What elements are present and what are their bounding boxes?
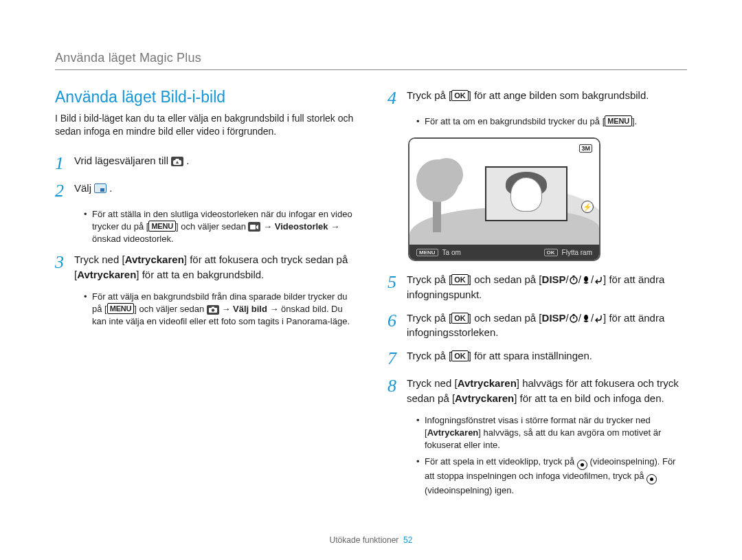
note-text: → <box>263 221 275 232</box>
menu-button-label: MENU <box>107 303 135 314</box>
right-column: 4 Tryck på [OK] för att ange bilden som … <box>387 88 687 504</box>
note-text: ] och väljer sedan <box>134 304 207 314</box>
step-number: 8 <box>387 376 407 395</box>
footer-right-label: Flytta ram <box>562 249 592 256</box>
step-text: . <box>109 182 112 194</box>
svg-rect-4 <box>212 307 214 309</box>
shutter-label: Avtryckaren <box>455 392 514 404</box>
menu-button-label: MENU <box>605 115 632 126</box>
return-icon <box>594 275 603 284</box>
page-number: 52 <box>403 535 412 545</box>
step-text: ] för att ange bilden som bakgrundsbild. <box>469 89 649 101</box>
shutter-label: Avtryckaren <box>125 254 184 265</box>
flash-badge: ⚡ <box>581 201 594 213</box>
step-7: 7 Tryck på [OK] för att spara inställnin… <box>387 348 687 368</box>
section-title: Använda läget Bild-i-bild <box>55 88 355 107</box>
record-icon <box>577 460 587 470</box>
step-text: . <box>186 155 189 166</box>
shutter-label: Avtryckaren <box>77 269 136 280</box>
step-3: 3 Tryck ned [Avtryckaren] för att fokuse… <box>55 252 355 282</box>
left-column: Använda läget Bild-i-bild I Bild i bild-… <box>55 88 355 504</box>
ok-button-label: OK <box>451 90 469 101</box>
step-2: 2 Välj . <box>55 181 355 200</box>
record-icon <box>647 474 657 484</box>
step-text: ] för att ta en bakgrundsbild. <box>136 269 264 280</box>
step-8-notes: Infogningsfönstret visas i större format… <box>387 414 687 497</box>
menu-button-label: MENU <box>148 221 176 232</box>
step-text: Vrid lägesväljaren till <box>74 155 171 166</box>
step-text: ] för att ta en bild och infoga den. <box>514 392 664 404</box>
step-text: Tryck på [ <box>407 89 451 101</box>
footer-ok-tag: OK <box>544 249 558 256</box>
step-text: Tryck på [ <box>407 273 451 285</box>
timer-icon <box>569 275 578 284</box>
step-text: Tryck ned [ <box>407 377 458 389</box>
step-4-notes: För att ta om en bakgrundsbild trycker d… <box>387 115 687 128</box>
footer-section-label: Utökade funktioner <box>330 535 399 545</box>
step-text: ] och sedan på [ <box>469 312 542 324</box>
camera-icon <box>207 305 219 315</box>
step-text: ] och sedan på [ <box>469 273 542 285</box>
shutter-label: Avtryckaren <box>458 377 517 389</box>
step-2-notes: För att ställa in den slutliga videostor… <box>55 208 355 246</box>
step-8: 8 Tryck ned [Avtryckaren] halvvägs för a… <box>387 376 687 406</box>
macro-icon <box>581 313 591 323</box>
shutter-label: Avtryckaren <box>427 427 479 438</box>
step-number: 5 <box>387 272 407 291</box>
step-number: 1 <box>55 153 74 172</box>
step-1: 1 Vrid lägesväljaren till . <box>55 153 355 172</box>
camera-preview-illustration: 3M ⚡ MENU Ta om OK Flytta ram <box>408 137 600 261</box>
ok-button-label: OK <box>451 313 469 324</box>
svg-point-3 <box>212 309 214 311</box>
footer-left-label: Ta om <box>442 249 461 256</box>
note-text: ] och väljer sedan <box>176 221 249 232</box>
return-icon <box>594 313 603 323</box>
note-text: → <box>221 304 233 314</box>
inset-frame <box>485 166 567 221</box>
disp-label: DISP <box>542 273 566 285</box>
step-text: Tryck ned [ <box>74 254 125 265</box>
step-text: Tryck på [ <box>407 350 451 361</box>
note-bold: Videostorlek <box>275 221 328 232</box>
step-number: 2 <box>55 181 74 200</box>
disp-label: DISP <box>542 312 566 324</box>
step-text: ] för att spara inställningen. <box>469 350 592 361</box>
pip-mode-icon <box>94 183 106 193</box>
note-text: (videoinspelning) igen. <box>425 485 514 495</box>
mode-dial-icon <box>171 157 183 166</box>
step-number: 6 <box>387 311 407 330</box>
svg-rect-7 <box>572 276 574 277</box>
note-text: För att spela in ett videoklipp, tryck p… <box>425 456 577 467</box>
step-4: 4 Tryck på [OK] för att ange bilden som … <box>387 88 687 107</box>
note-bold: Välj bild <box>233 304 267 314</box>
note-text: För att ta om en bakgrundsbild trycker d… <box>425 116 605 126</box>
resolution-badge: 3M <box>579 144 592 153</box>
svg-rect-10 <box>572 314 574 315</box>
step-3-notes: För att välja en bakgrundsbild från dina… <box>55 291 355 328</box>
macro-icon <box>581 275 591 284</box>
ok-button-label: OK <box>451 350 469 361</box>
intro-text: I Bild i bild-läget kan du ta eller välj… <box>55 112 355 138</box>
step-number: 4 <box>387 88 407 107</box>
ok-button-label: OK <box>451 274 469 285</box>
step-6: 6 Tryck på [OK] och sedan på [DISP///] f… <box>387 311 687 341</box>
step-number: 3 <box>55 252 74 271</box>
timer-icon <box>569 313 578 323</box>
video-icon <box>248 222 260 232</box>
step-text: Välj <box>74 182 94 194</box>
page-footer: Utökade funktioner 52 <box>0 535 742 545</box>
note-text: ]. <box>632 116 637 126</box>
footer-menu-tag: MENU <box>416 249 438 256</box>
step-number: 7 <box>387 348 407 368</box>
breadcrumb: Använda läget Magic Plus <box>55 51 687 70</box>
step-text: Tryck på [ <box>407 312 451 324</box>
svg-rect-1 <box>250 225 256 229</box>
step-5: 5 Tryck på [OK] och sedan på [DISP///] f… <box>387 272 687 302</box>
